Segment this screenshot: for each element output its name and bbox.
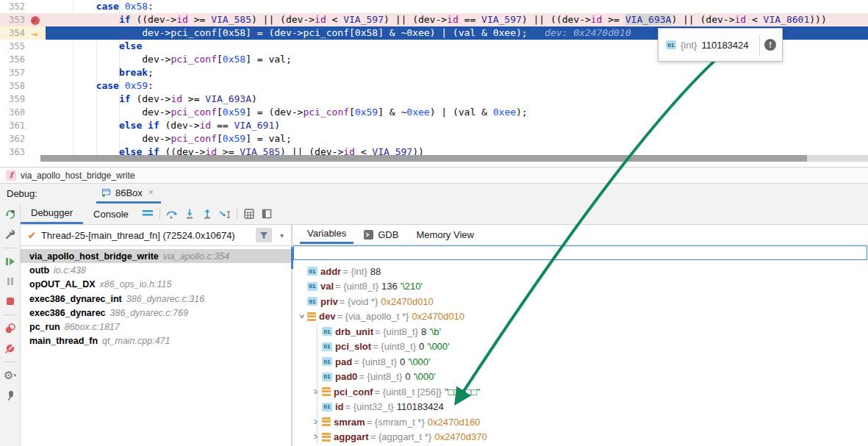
variable-name: drb_unit <box>335 326 373 337</box>
gutter[interactable]: 360 <box>0 106 46 119</box>
tab-gdb[interactable]: GDB <box>356 225 406 244</box>
line-number: 353 <box>7 13 25 26</box>
horizontal-scrollbar[interactable] <box>40 155 868 162</box>
settings-gear-icon[interactable]: ⚙▾ <box>4 369 17 382</box>
line-number: 363 <box>7 145 25 159</box>
variable-pointer-value: 0x2470d370 <box>434 431 487 442</box>
mute-breakpoints-button[interactable] <box>4 342 17 355</box>
layout-settings-icon[interactable] <box>258 204 276 224</box>
variable-row[interactable]: 01pad0 = {uint8_t}0'\000' <box>293 370 868 385</box>
code-line[interactable]: 362 dev->pci_conf[0x59] = val; <box>0 132 868 145</box>
variable-string-value: '\210' <box>401 281 423 292</box>
variable-value: 0 <box>400 356 405 367</box>
tooltip-value: 110183424 <box>701 40 748 51</box>
variable-row[interactable]: >agpgart = {agpgart_t *}0x2470d370 <box>293 430 868 445</box>
variable-row[interactable]: 01val = {uint8_t}136'\210' <box>293 279 868 295</box>
gutter[interactable]: 359 <box>0 93 46 106</box>
variable-name: id <box>335 401 344 412</box>
gutter[interactable]: 357 <box>0 66 46 79</box>
run-config-tab-86box[interactable]: 86Box × <box>96 184 161 204</box>
variable-type: = {uint8_t [256]} <box>374 386 441 398</box>
variable-type: = {uint8_t} <box>335 281 379 292</box>
variable-name: val <box>320 281 334 292</box>
breadcrumb: f via_apollo_host_bridge_write <box>0 167 868 184</box>
stop-button[interactable] <box>4 295 17 308</box>
code-line[interactable]: 360 dev->pci_conf[0x59] = (dev->pci_conf… <box>0 106 868 119</box>
tab-console[interactable]: Console <box>83 204 139 224</box>
function-icon: f <box>6 170 16 181</box>
gutter[interactable]: 363 <box>0 145 46 159</box>
variable-row[interactable]: 01pad = {uint8_t}0'\000' <box>293 354 868 370</box>
gutter[interactable]: 358 <box>0 79 46 93</box>
gutter[interactable]: 361 <box>0 119 46 132</box>
divider <box>4 362 17 362</box>
evaluate-expression-input[interactable] <box>293 245 867 260</box>
run-to-cursor-button[interactable] <box>216 204 234 224</box>
thread-label: Thread-25-[main_thread_fn] (72524.0x1067… <box>41 230 251 241</box>
step-over-button[interactable] <box>163 204 181 224</box>
stack-frame[interactable]: main_thread_fnqt_main.cpp:471 <box>21 334 291 348</box>
edit-configuration-wrench-icon[interactable] <box>4 228 17 241</box>
variable-pointer-value: 0x2470d010 <box>381 296 434 307</box>
struct-icon <box>322 433 331 442</box>
stack-frame[interactable]: exec386_dynarec_int386_dynarec.c:316 <box>21 292 291 306</box>
variable-row[interactable]: 01priv = {void *}0x2470d010 <box>293 294 868 309</box>
step-out-button[interactable] <box>198 204 216 224</box>
thread-selector[interactable]: ✔ Thread-25-[main_thread_fn] (72524.0x10… <box>21 225 291 246</box>
stack-frame[interactable]: opOUT_AL_DXx86_ops_io.h:115 <box>21 278 291 292</box>
resume-button[interactable] <box>4 255 17 268</box>
view-breakpoints-button[interactable] <box>4 322 17 335</box>
tab-debugger[interactable]: Debugger <box>21 204 83 224</box>
code-line[interactable]: 361 else if (dev->id == VIA_691) <box>0 119 868 132</box>
rerun-button[interactable] <box>4 208 17 221</box>
stack-frame[interactable]: pc_run86box.c:1817 <box>21 320 291 334</box>
filter-frames-button[interactable] <box>256 228 272 242</box>
code-line[interactable]: 352 case 0x58: <box>0 0 868 13</box>
line-number: 362 <box>7 132 25 145</box>
variable-row[interactable]: >dev = {via_apollo_t *}0x2470d010 <box>293 309 868 325</box>
threads-view-icon[interactable] <box>139 204 157 224</box>
chevron-collapsed-icon[interactable]: > <box>310 433 322 441</box>
pin-icon[interactable] <box>4 389 17 402</box>
gutter[interactable]: 356 <box>0 53 46 66</box>
gutter[interactable]: 353 <box>0 13 46 26</box>
debug-label: Debug: <box>0 184 37 204</box>
tab-memory-view[interactable]: Memory View <box>409 225 481 244</box>
evaluate-expression-icon[interactable] <box>240 204 258 224</box>
tab-variables[interactable]: Variables <box>300 225 354 244</box>
stack-frame[interactable]: exec386_dynarec386_dynarec.c:769 <box>21 306 291 320</box>
stack-frame[interactable]: outbio.c:438 <box>21 263 291 277</box>
chevron-collapsed-icon[interactable]: > <box>310 418 322 426</box>
debug-toolwindow-header: Debug: 86Box × <box>0 184 868 204</box>
variable-name: smram <box>334 417 365 428</box>
close-icon[interactable]: × <box>148 187 154 198</box>
code-editor[interactable]: 352 case 0x58:353 if ((dev->id >= VIA_58… <box>0 0 868 166</box>
breakpoint-icon[interactable] <box>29 15 40 26</box>
gutter[interactable]: 352 <box>0 0 46 13</box>
code-line[interactable]: 357 break; <box>0 66 868 79</box>
variable-row[interactable]: >pci_conf = {uint8_t [256]}"□□□□□" <box>293 384 868 400</box>
stack-frame[interactable]: via_apollo_host_bridge_writevia_apollo.c… <box>21 249 291 263</box>
chevron-collapsed-icon[interactable]: > <box>310 388 322 396</box>
gutter[interactable]: 355 <box>0 40 46 53</box>
gutter[interactable]: 362 <box>0 132 46 145</box>
chevron-expanded-icon[interactable]: > <box>298 311 306 323</box>
variable-row[interactable]: 01addr = {int}88 <box>293 264 868 279</box>
step-into-button[interactable] <box>181 204 198 224</box>
variable-row[interactable]: >smram = {smram_t *}0x2470d160 <box>293 414 868 430</box>
code-text: dev->pci_conf[0x59] = val; <box>46 132 868 145</box>
code-line[interactable]: 358 case 0x59: <box>0 79 868 93</box>
info-icon[interactable]: ! <box>764 39 776 51</box>
frame-list: via_apollo_host_bridge_writevia_apollo.c… <box>21 246 291 446</box>
variable-row[interactable]: 01drb_unit = {uint8_t}8'\b' <box>293 324 868 339</box>
variable-row[interactable]: 01pci_slot = {uint8_t}0'\000' <box>293 339 868 355</box>
gutter[interactable]: 354→ <box>0 26 46 40</box>
variable-row[interactable]: 01id = {uint32_t}110183424 <box>293 400 868 415</box>
pause-button[interactable] <box>4 275 17 288</box>
code-line[interactable]: 353 if ((dev->id >= VIA_585) || (dev->id… <box>0 13 868 26</box>
code-line[interactable]: 359 if (dev->id >= VIA_693A) <box>0 93 868 106</box>
chevron-down-icon[interactable]: ▾ <box>277 231 287 240</box>
variable-name: pad0 <box>335 371 357 382</box>
breadcrumb-function[interactable]: via_apollo_host_bridge_write <box>21 170 134 181</box>
horizontal-scrollbar-thumb[interactable] <box>40 155 807 162</box>
